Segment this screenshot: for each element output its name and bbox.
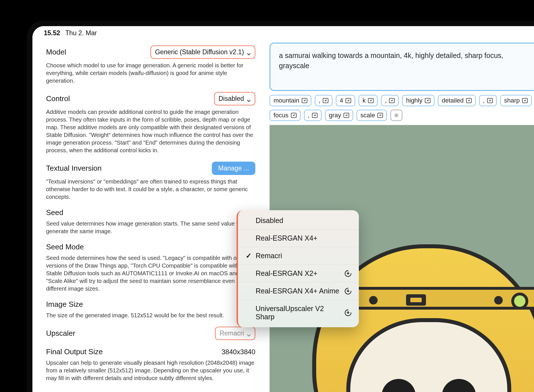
token-text: mountain [274, 97, 299, 104]
setting-upscaler: Upscaler Remacri [46, 327, 255, 340]
chevron-down-icon [247, 331, 251, 335]
token-text: gray [329, 112, 341, 119]
token-text: sharp [504, 97, 520, 104]
return-icon [466, 98, 472, 103]
token-row: mountain,4k,highlydetailed,sharpfocus,gr… [270, 95, 534, 121]
return-icon [368, 98, 374, 103]
image-size-label: Image Size [46, 300, 83, 309]
upscaler-dropdown[interactable]: DisabledReal-ESRGAN X4+✓RemacriReal-ESRG… [237, 210, 359, 327]
seed-label: Seed [46, 208, 63, 217]
token-text: , [308, 112, 310, 119]
seed-mode-label: Seed Mode [46, 243, 84, 251]
token-text: , [483, 97, 485, 104]
token-text: highly [406, 97, 422, 104]
add-token-button[interactable] [390, 110, 402, 121]
dropdown-option[interactable]: Real-ESRGAN X4+ [238, 230, 359, 247]
download-icon [344, 309, 352, 317]
option-label: Real-ESRGAN X2+ [256, 269, 317, 278]
seed-help: Seed value determines how image generati… [46, 220, 255, 235]
dropdown-option[interactable]: Real-ESRGAN X2+ [238, 265, 359, 282]
return-icon [487, 98, 493, 103]
upscaler-value: Remacri [220, 330, 244, 337]
dropdown-option[interactable]: Disabled [238, 212, 359, 230]
return-icon [345, 98, 351, 103]
model-value: Generic (Stable Diffusion v2.1) [155, 48, 244, 56]
return-icon [323, 98, 328, 103]
device-frame: 15.52 Thu 2. Mar Model Generic (Stable D… [27, 20, 534, 392]
image-size-help: The size of the generated image. 512x512… [46, 312, 255, 319]
prompt-text: a samurai walking towards a mountain, 4k… [279, 51, 503, 70]
token-text: k [363, 97, 366, 104]
option-label: UniversalUpscaler V2 Sharp [256, 305, 344, 321]
upscaler-label: Upscaler [46, 329, 75, 338]
setting-control: Control Disabled Additive models can pro… [46, 92, 255, 154]
final-output-label: Final Output Size [46, 347, 103, 356]
settings-panel: Model Generic (Stable Diffusion v2.1) Ch… [32, 40, 267, 392]
dropdown-option[interactable]: UniversalUpscaler V2 Sharp [238, 300, 359, 326]
upscaler-select[interactable]: Remacri [215, 327, 255, 340]
model-label: Model [46, 48, 66, 57]
prompt-token[interactable]: gray [325, 110, 353, 121]
chevron-down-icon [247, 97, 251, 101]
prompt-token[interactable]: scale [357, 110, 387, 121]
check-icon: ✓ [245, 252, 252, 260]
status-date: Thu 2. Mar [65, 29, 97, 37]
return-icon [291, 113, 297, 118]
prompt-token[interactable]: focus [270, 110, 301, 121]
token-text: focus [274, 112, 289, 119]
textual-inversion-help: "Textual inversions" or "embeddings" are… [46, 178, 255, 201]
return-icon [312, 113, 318, 118]
dropdown-option[interactable]: Real-ESRGAN X4+ Anime [238, 282, 359, 300]
download-icon [344, 287, 352, 295]
option-label: Disabled [256, 216, 283, 225]
prompt-token[interactable]: sharp [500, 95, 532, 106]
setting-image-size: Image Size The size of the generated ima… [46, 300, 255, 319]
token-text: 4 [340, 97, 343, 104]
model-help: Choose which model to use for image gene… [46, 62, 255, 85]
screen: 15.52 Thu 2. Mar Model Generic (Stable D… [32, 26, 534, 392]
prompt-token[interactable]: k [359, 95, 378, 106]
prompt-token[interactable]: , [381, 95, 399, 106]
return-icon [425, 98, 430, 103]
prompt-token[interactable]: detailed [438, 95, 476, 106]
status-time: 15.52 [44, 29, 60, 37]
chevron-down-icon [247, 50, 251, 54]
option-label: Real-ESRGAN X4+ [256, 234, 317, 242]
final-output-help: Upscaler can help to generate visually p… [46, 359, 255, 382]
manage-button[interactable]: Manage ... [212, 162, 255, 175]
control-label: Control [46, 94, 70, 103]
control-select[interactable]: Disabled [214, 92, 256, 105]
option-label: Real-ESRGAN X4+ Anime [256, 287, 339, 295]
dropdown-option[interactable]: ✓Remacri [238, 247, 359, 265]
option-label: Remacri [256, 252, 282, 260]
token-text: scale [361, 112, 375, 119]
textual-inversion-label: Textual Inversion [46, 164, 102, 173]
download-icon [344, 270, 352, 278]
setting-seed: Seed Seed value determines how image gen… [46, 208, 255, 235]
model-select[interactable]: Generic (Stable Diffusion v2.1) [150, 45, 255, 59]
return-icon [389, 98, 395, 103]
token-text: detailed [442, 97, 464, 104]
prompt-token[interactable]: , [315, 95, 332, 106]
prompt-token[interactable]: , [304, 110, 322, 121]
seed-mode-help: Seed mode determines how the seed is use… [46, 254, 255, 293]
token-text: , [319, 97, 320, 104]
return-icon [302, 98, 307, 103]
status-bar: 15.52 Thu 2. Mar [32, 26, 534, 40]
prompt-token[interactable]: 4 [336, 95, 355, 106]
setting-model: Model Generic (Stable Diffusion v2.1) Ch… [46, 45, 255, 85]
setting-textual-inversion: Textual Inversion Manage ... "Textual in… [46, 162, 255, 201]
return-icon [522, 98, 528, 103]
final-output-value: 3840x3840 [222, 348, 255, 356]
setting-seed-mode: Seed Mode Seed mode determines how the s… [46, 243, 255, 293]
prompt-input[interactable]: a samurai walking towards a mountain, 4k… [270, 43, 534, 91]
prompt-token[interactable]: mountain [270, 95, 311, 106]
prompt-token[interactable]: , [479, 95, 497, 106]
return-icon [377, 113, 383, 118]
return-icon [343, 113, 349, 118]
control-value: Disabled [219, 95, 244, 103]
token-text: , [385, 97, 387, 104]
control-help: Additive models can provide additional c… [46, 108, 255, 154]
setting-final-output: Final Output Size 3840x3840 Upscaler can… [46, 347, 255, 382]
prompt-token[interactable]: highly [402, 95, 434, 106]
